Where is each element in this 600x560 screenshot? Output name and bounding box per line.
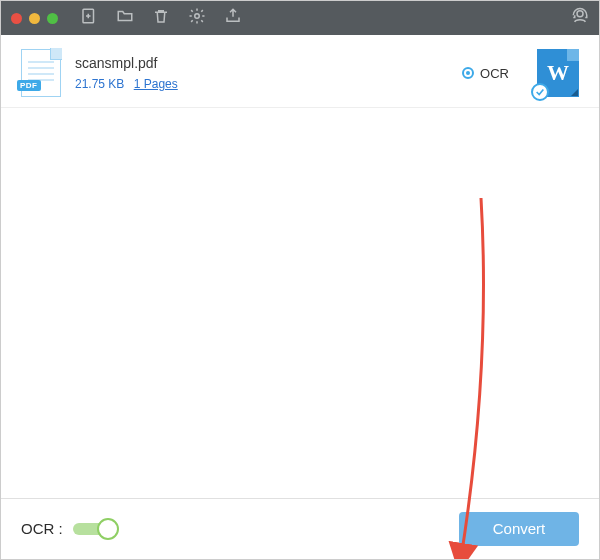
ocr-row-label: OCR bbox=[480, 66, 509, 81]
ocr-radio-icon bbox=[462, 67, 474, 79]
export-icon[interactable] bbox=[224, 7, 242, 29]
check-circle-icon bbox=[531, 83, 549, 101]
trash-icon[interactable] bbox=[152, 7, 170, 29]
add-file-icon[interactable] bbox=[80, 7, 98, 29]
pdf-file-icon: PDF bbox=[21, 49, 61, 97]
zoom-window-button[interactable] bbox=[47, 13, 58, 24]
file-size: 21.75 KB bbox=[75, 77, 124, 91]
dropdown-triangle-icon bbox=[571, 89, 578, 96]
support-icon[interactable] bbox=[571, 7, 589, 29]
ocr-toggle[interactable] bbox=[73, 523, 117, 535]
file-row[interactable]: PDF scansmpl.pdf 21.75 KB 1 Pages OCR W bbox=[21, 49, 579, 97]
pdf-badge: PDF bbox=[17, 80, 41, 91]
svg-point-3 bbox=[195, 14, 200, 19]
empty-area bbox=[1, 108, 599, 498]
file-name: scansmpl.pdf bbox=[75, 55, 178, 71]
output-format-button[interactable]: W bbox=[537, 49, 579, 97]
titlebar bbox=[1, 1, 599, 35]
minimize-window-button[interactable] bbox=[29, 13, 40, 24]
close-window-button[interactable] bbox=[11, 13, 22, 24]
file-info: scansmpl.pdf 21.75 KB 1 Pages bbox=[75, 55, 178, 91]
window-controls bbox=[11, 13, 58, 24]
svg-point-4 bbox=[577, 11, 583, 17]
toggle-knob-icon bbox=[97, 518, 119, 540]
settings-icon[interactable] bbox=[188, 7, 206, 29]
folder-icon[interactable] bbox=[116, 7, 134, 29]
file-pages-link[interactable]: 1 Pages bbox=[134, 77, 178, 91]
ocr-footer-label: OCR : bbox=[21, 520, 63, 537]
footer: OCR : Convert bbox=[1, 498, 599, 558]
ocr-row-option[interactable]: OCR bbox=[462, 66, 509, 81]
file-list: PDF scansmpl.pdf 21.75 KB 1 Pages OCR W bbox=[1, 35, 599, 108]
convert-button[interactable]: Convert bbox=[459, 512, 579, 546]
